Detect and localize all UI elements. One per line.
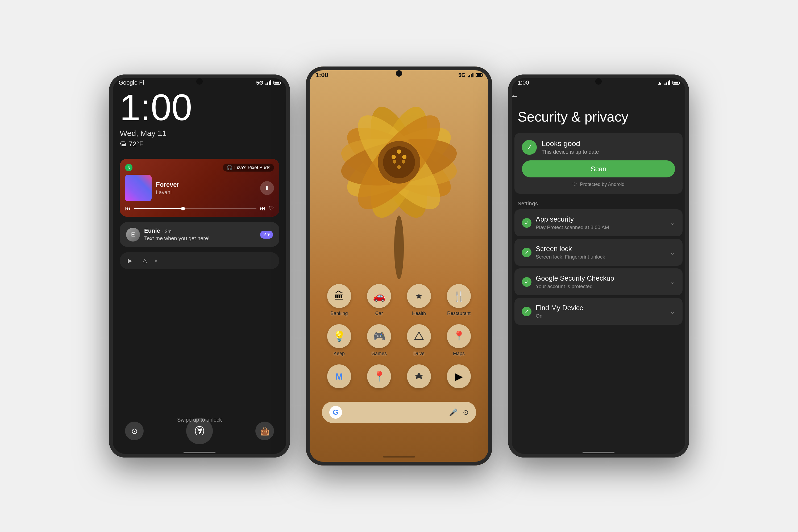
pixel-buds-badge: 🎧 Liza's Pixel Buds — [223, 164, 274, 172]
spotify-icon: ♫ — [125, 164, 132, 171]
home-signal-bars — [468, 73, 474, 77]
car-label: Car — [375, 311, 383, 316]
lock-weather: 🌤 72°F — [120, 140, 279, 148]
track-title: Forever — [156, 181, 256, 188]
security-signal — [664, 80, 670, 85]
google-logo: G — [329, 406, 342, 419]
maps-icon: 📍 — [447, 324, 471, 348]
app-car[interactable]: 🚗 Car — [367, 284, 391, 316]
battery-icon — [273, 81, 280, 84]
app-row-1: 🏛 Banking 🚗 Car Health — [327, 284, 471, 316]
setting-find-my-device[interactable]: ✓ Find My Device On ⌄ — [514, 298, 683, 325]
find-device-chevron: ⌄ — [670, 308, 675, 315]
svg-point-15 — [402, 160, 405, 164]
security-status-icons: ▲ — [657, 80, 679, 86]
app-security-title: App security — [536, 215, 666, 224]
search-bar[interactable]: G 🎤 ⊙ — [322, 402, 476, 423]
app-gmail[interactable]: M — [327, 364, 351, 391]
status-subtext: This device is up to date — [542, 149, 599, 155]
google-security-chevron: ⌄ — [670, 278, 675, 286]
app-row-3: M 📍 — [327, 364, 471, 391]
restaurant-label: Restaurant — [447, 311, 471, 316]
flower-artwork — [326, 82, 472, 282]
next-button[interactable]: ⏭ — [260, 205, 265, 212]
like-button[interactable]: ♡ — [269, 205, 274, 212]
assistant-icon — [407, 364, 431, 388]
nav-indicator-2 — [383, 456, 415, 457]
svg-point-0 — [394, 215, 404, 279]
app-assistant[interactable] — [407, 364, 431, 391]
setting-google-security[interactable]: ✓ Google Security Checkup Your account i… — [514, 268, 683, 295]
settings-section-label: Settings — [508, 198, 689, 209]
drive-icon[interactable]: △ — [140, 256, 150, 265]
album-art — [125, 175, 152, 201]
app-keep[interactable]: 💡 Keep — [327, 324, 351, 357]
carrier-label: Google Fi — [119, 79, 144, 86]
pause-button[interactable]: ⏸ — [260, 181, 274, 195]
games-icon: 🎮 — [367, 324, 391, 348]
weather-icon: 🌤 — [120, 140, 127, 148]
home-button[interactable]: ⊙ — [125, 422, 144, 440]
wallet-icon[interactable]: 👜 — [255, 422, 274, 440]
status-text: Looks good This device is up to date — [542, 139, 599, 155]
youtube-home-icon: ▶ — [447, 364, 471, 388]
google-security-text: Google Security Checkup Your account is … — [536, 274, 666, 289]
screen-lock-text: Screen lock Screen lock, Fingerprint unl… — [536, 245, 666, 260]
app-restaurant[interactable]: 🍴 Restaurant — [447, 284, 471, 316]
find-device-text: Find My Device On — [536, 304, 666, 319]
svg-point-16 — [397, 165, 401, 169]
app-youtube[interactable]: ▶ — [447, 364, 471, 391]
music-card[interactable]: ♫ 🎧 Liza's Pixel Buds Forever — [120, 159, 279, 217]
scene: Google Fi 5G 1:00 Wed, Ma — [0, 0, 798, 532]
screen-lock-chevron: ⌄ — [670, 249, 675, 256]
fingerprint-button[interactable] — [186, 418, 213, 444]
security-title: Security & privacy — [508, 103, 689, 133]
looks-good-card: ✓ Looks good This device is up to date S… — [514, 133, 683, 194]
back-button[interactable]: ← — [508, 89, 689, 103]
progress-bar[interactable] — [134, 208, 256, 209]
screen-lock-title: Screen lock — [536, 245, 666, 253]
youtube-icon[interactable]: ▶ — [125, 256, 135, 265]
svg-point-11 — [392, 155, 396, 159]
app-games[interactable]: 🎮 Games — [367, 324, 391, 357]
home-time: 1:00 — [316, 71, 328, 79]
restaurant-icon: 🍴 — [447, 284, 471, 308]
notification-message: Text me when you get here! — [144, 235, 256, 242]
maps-label: Maps — [453, 351, 465, 357]
home-signal: 5G — [458, 72, 466, 78]
lens-icon[interactable]: ⊙ — [463, 408, 469, 417]
microphone-icon[interactable]: 🎤 — [449, 408, 457, 417]
front-camera — [196, 78, 203, 84]
drive-icon-home — [407, 324, 431, 348]
sender-name: Eunie — [144, 227, 160, 234]
front-camera-2 — [396, 70, 402, 77]
setting-app-security[interactable]: ✓ App security Play Protect scanned at 8… — [514, 209, 683, 236]
gmail-icon: M — [327, 364, 351, 388]
app-security-chevron: ⌄ — [670, 219, 675, 227]
notification-content: Eunie · 2m Text me when you get here! — [144, 227, 256, 242]
keep-icon: 💡 — [327, 324, 351, 348]
scan-button[interactable]: Scan — [522, 160, 675, 177]
music-progress: ⏮ ⏭ ♡ — [125, 205, 274, 212]
app-row-2: 💡 Keep 🎮 Games Drive — [327, 324, 471, 357]
home-battery — [476, 73, 482, 77]
security-time: 1:00 — [518, 79, 529, 86]
status-heading: Looks good — [542, 139, 599, 148]
app-maps2[interactable]: 📍 — [367, 364, 391, 391]
prev-button[interactable]: ⏮ — [125, 205, 131, 212]
setting-screen-lock[interactable]: ✓ Screen lock Screen lock, Fingerprint u… — [514, 239, 683, 266]
keep-label: Keep — [334, 351, 345, 357]
app-banking[interactable]: 🏛 Banking — [327, 284, 351, 316]
banking-label: Banking — [330, 311, 348, 316]
headphone-icon: 🎧 — [227, 165, 232, 171]
status-row: ✓ Looks good This device is up to date — [522, 139, 675, 155]
app-health[interactable]: Health — [407, 284, 431, 316]
android-shield-icon: 🛡 — [572, 182, 577, 187]
app-maps[interactable]: 📍 Maps — [447, 324, 471, 357]
signal-icon — [265, 80, 271, 85]
lock-time: 1:00 — [120, 89, 279, 126]
phone1-frame: Google Fi 5G 1:00 Wed, Ma — [109, 75, 290, 457]
notification-card[interactable]: E Eunie · 2m Text me when you get here! … — [120, 222, 279, 247]
app-drive[interactable]: Drive — [407, 324, 431, 357]
banking-icon: 🏛 — [327, 284, 351, 308]
